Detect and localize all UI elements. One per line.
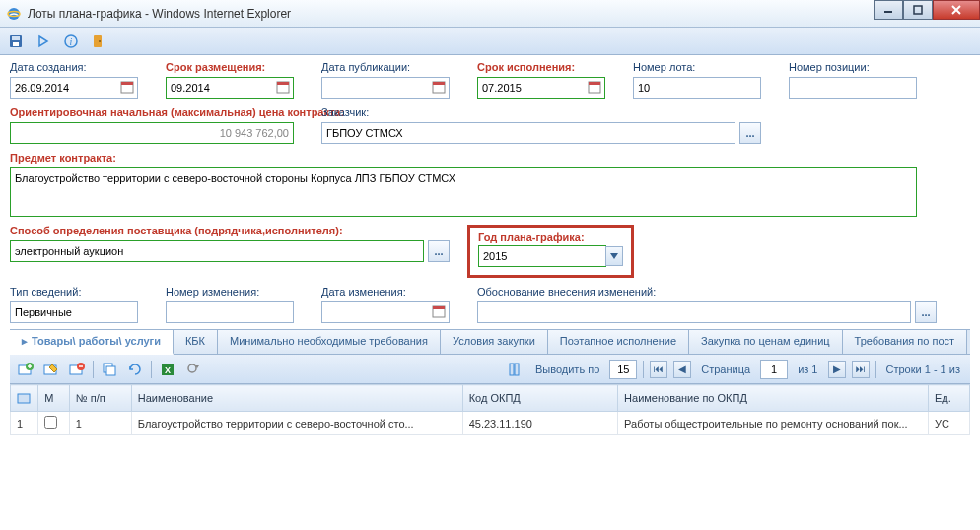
row-checkbox[interactable]	[44, 416, 57, 429]
minimize-button[interactable]	[874, 0, 903, 20]
execution-period-input[interactable]	[477, 77, 605, 99]
change-number-input[interactable]	[166, 301, 294, 323]
page-label: Страница	[701, 364, 750, 375]
supplier-method-input[interactable]	[10, 240, 424, 262]
svg-rect-14	[121, 82, 133, 85]
change-number-label: Номер изменения:	[166, 286, 304, 298]
svg-rect-20	[589, 82, 600, 85]
calendar-icon[interactable]	[120, 80, 136, 96]
info-type-input[interactable]	[10, 301, 138, 323]
customer-input[interactable]	[321, 122, 735, 144]
creation-date-input[interactable]	[10, 77, 138, 99]
change-justification-label: Обоснование внесения изменений:	[477, 286, 656, 298]
close-button[interactable]	[933, 0, 980, 20]
data-grid: М № п/п Наименование Код ОКПД Наименован…	[10, 384, 970, 435]
chevron-right-icon: ▸	[22, 335, 28, 347]
svg-rect-38	[18, 394, 30, 403]
tab-bar: ▸Товары\ работы\ услуги КБК Минимально н…	[10, 329, 970, 355]
grid-toolbar: X Выводить по ⏮ ◀ Страница из 1 ▶ ⏭ Стро…	[10, 355, 970, 384]
columns-icon[interactable]	[506, 360, 525, 379]
page-of-label: из 1	[798, 364, 817, 375]
col-okpd-name[interactable]: Наименование по ОКПД	[618, 385, 929, 412]
plan-year-dropdown-button[interactable]	[605, 246, 623, 266]
ie-icon	[6, 6, 22, 22]
customer-lookup-button[interactable]: ...	[739, 122, 761, 144]
refresh-arrow-icon[interactable]	[125, 360, 145, 379]
col-okpd[interactable]: Код ОКПД	[462, 385, 617, 412]
first-page-button[interactable]: ⏮	[650, 361, 667, 378]
col-name[interactable]: Наименование	[131, 385, 462, 412]
info-icon[interactable]: i	[61, 32, 81, 51]
svg-rect-8	[13, 42, 19, 46]
save-icon[interactable]	[6, 32, 26, 51]
calendar-icon[interactable]	[276, 80, 292, 96]
change-justification-input[interactable]	[477, 301, 911, 323]
tab-min-requirements[interactable]: Минимально необходимые требования	[218, 330, 441, 354]
tab-goods[interactable]: ▸Товары\ работы\ услуги	[10, 330, 174, 355]
prev-page-button[interactable]: ◀	[673, 361, 691, 378]
delete-row-icon[interactable]	[67, 360, 87, 379]
tab-unit-price-purchase[interactable]: Закупка по ценам единиц	[689, 330, 843, 354]
contract-subject-label: Предмет контракта:	[10, 152, 116, 164]
exit-icon[interactable]	[89, 32, 108, 51]
tab-purchase-conditions[interactable]: Условия закупки	[441, 330, 548, 354]
svg-point-12	[99, 40, 101, 42]
creation-date-label: Дата создания:	[10, 61, 148, 73]
next-page-button[interactable]: ▶	[828, 361, 846, 378]
excel-export-icon[interactable]: X	[158, 360, 177, 379]
svg-rect-22	[433, 306, 445, 309]
settings-dropdown-icon[interactable]	[183, 360, 203, 379]
lot-number-input[interactable]	[633, 77, 761, 99]
row-okpd-cell: 45.23.11.190	[462, 412, 617, 435]
calendar-icon[interactable]	[432, 80, 448, 96]
initial-price-input[interactable]	[10, 122, 294, 144]
change-justification-lookup-button[interactable]: ...	[915, 301, 937, 323]
copy-row-icon[interactable]	[100, 360, 119, 379]
contract-subject-textarea[interactable]: Благоустройство территории с северо-вост…	[10, 167, 917, 217]
window-titlebar: Лоты плана-графика - Windows Internet Ex…	[0, 0, 980, 28]
svg-rect-16	[277, 82, 289, 85]
col-unit[interactable]: Ед.	[928, 385, 969, 412]
col-select[interactable]	[11, 385, 38, 412]
row-checkbox-cell[interactable]	[38, 412, 69, 435]
last-page-button[interactable]: ⏭	[852, 361, 870, 378]
change-date-label: Дата изменения:	[321, 286, 459, 298]
plan-year-label: Год плана-графика:	[478, 232, 585, 243]
window-controls	[874, 0, 980, 20]
plan-year-highlight: Год плана-графика:	[467, 225, 634, 278]
row-unit-cell: УС	[928, 412, 969, 435]
svg-rect-7	[12, 36, 20, 40]
forward-icon[interactable]	[34, 32, 53, 51]
add-row-icon[interactable]	[16, 360, 35, 379]
calendar-icon[interactable]	[588, 80, 603, 96]
publication-date-label: Дата публикации:	[321, 61, 459, 73]
svg-text:i: i	[70, 36, 73, 47]
calendar-icon[interactable]	[432, 304, 448, 320]
col-npp[interactable]: № п/п	[69, 385, 131, 412]
tab-kbk[interactable]: КБК	[174, 330, 218, 354]
row-number-cell: 1	[11, 412, 38, 435]
publication-date-input[interactable]	[321, 77, 450, 99]
lot-number-label: Номер лота:	[633, 61, 771, 73]
maximize-button[interactable]	[903, 0, 933, 20]
placement-period-input[interactable]	[166, 77, 294, 99]
row-npp-cell: 1	[69, 412, 131, 435]
info-type-label: Тип сведений:	[10, 286, 148, 298]
show-by-input[interactable]	[609, 360, 637, 379]
row-name-cell: Благоустройство территории с северо-вост…	[131, 412, 462, 435]
supplier-method-lookup-button[interactable]: ...	[428, 240, 450, 262]
svg-rect-36	[510, 364, 514, 375]
edit-row-icon[interactable]	[41, 360, 61, 379]
svg-rect-32	[106, 366, 115, 375]
page-input[interactable]	[760, 360, 788, 379]
plan-year-input[interactable]	[478, 245, 606, 267]
col-m[interactable]: М	[38, 385, 69, 412]
form-area: Дата создания: Срок размещения: Дата пуб…	[0, 55, 980, 439]
position-number-input[interactable]	[789, 77, 917, 99]
table-row[interactable]: 1 1 Благоустройство территории с северо-…	[11, 412, 970, 435]
tab-staged-execution[interactable]: Поэтапное исполнение	[548, 330, 689, 354]
svg-rect-18	[433, 82, 445, 85]
change-date-input[interactable]	[321, 301, 450, 323]
row-okpd-name-cell: Работы общестроительные по ремонту основ…	[618, 412, 929, 435]
tab-supplier-requirements[interactable]: Требования по пост	[843, 330, 967, 354]
